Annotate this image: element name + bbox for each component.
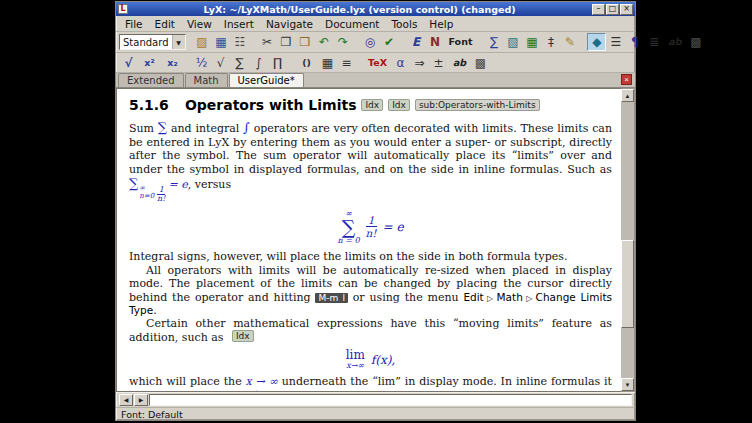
scroll-up-button[interactable]: ▲ [621, 89, 634, 102]
paste-button[interactable]: ❒ [296, 33, 315, 51]
save-document-button[interactable]: ▦ [212, 33, 231, 51]
combo-dropdown-icon[interactable]: ▼ [172, 35, 185, 49]
insert-math-icon: ∑ [490, 36, 498, 48]
operators-button[interactable]: ± [429, 54, 448, 72]
math-panel-toggle-button[interactable]: ◆ [587, 33, 606, 51]
thesaurus-icon: ab [668, 37, 681, 47]
find-replace-button[interactable]: ◎ [361, 33, 380, 51]
emphasis-button[interactable]: E [407, 33, 426, 51]
vertical-scrollbar[interactable]: ▲ ▼ [621, 88, 635, 392]
tex-mode-button[interactable]: TeX [364, 54, 391, 72]
product-button[interactable]: ∏ [268, 54, 287, 72]
open-document-button[interactable]: ▨ [193, 33, 212, 51]
subscript-button[interactable]: x₂ [161, 54, 184, 72]
menu-item-insert[interactable]: Insert [218, 17, 260, 31]
integral-button[interactable]: ∫ [249, 54, 268, 72]
table-of-contents-button[interactable]: ☰ [606, 33, 625, 51]
main-toolbar-row: Standard ▼ ▨▦☷✂❐❒↶↷◎✔ENFont∑▧▦‡✎◆☰¶≣ab▩ [116, 32, 635, 53]
title-bar[interactable]: L LyX: ~/LyXMath/UserGuide.lyx (version … [116, 2, 635, 16]
label-inset[interactable]: sub:Operators-with-Limits [415, 99, 540, 111]
delimiters-button[interactable]: () [295, 54, 318, 72]
document-area[interactable]: 5.1.6Operators with LimitsIdxIdxsub:Oper… [116, 88, 621, 392]
text-run: or using the menu [348, 291, 463, 304]
redo-button[interactable]: ↷ [334, 33, 353, 51]
insert-note-button[interactable]: ✎ [560, 33, 579, 51]
function-expression: f(x), [371, 354, 395, 366]
thesaurus-button[interactable]: ab [663, 33, 686, 51]
history-next-button[interactable]: ▶ [134, 394, 148, 406]
find-replace-icon: ◎ [365, 36, 375, 48]
insert-footnote-button[interactable]: ‡ [541, 33, 560, 51]
math-symbols-panel-button[interactable]: ▩ [471, 54, 490, 72]
inline-math-x-to-infinity[interactable]: x → ∞ [246, 375, 278, 388]
copy-button[interactable]: ❐ [277, 33, 296, 51]
maximize-button[interactable]: □ [606, 4, 619, 15]
tab-extended[interactable]: Extended [118, 73, 184, 87]
display-formula-lim[interactable]: limx→∞ f(x), [129, 349, 612, 370]
minimize-button[interactable]: – [592, 4, 605, 15]
math-mode-button[interactable]: √ [119, 54, 138, 72]
document-settings-button[interactable]: ≣ [644, 33, 663, 51]
insert-label-button[interactable]: ¶ [625, 33, 644, 51]
lim-subscript: x→∞ [346, 361, 364, 370]
matrix-button[interactable]: ▦ [318, 54, 337, 72]
insert-math-button[interactable]: ∑ [484, 33, 503, 51]
equation-array-icon: ≡ [341, 57, 351, 69]
inline-formula-sum[interactable]: ∑∞n=01n!= e [129, 178, 188, 191]
insert-table-icon: ▦ [526, 36, 537, 48]
sum-symbol[interactable]: ∑ [158, 120, 167, 135]
spellcheck-button[interactable]: ✔ [380, 33, 399, 51]
text-run: Integral signs, however, will place the … [129, 250, 567, 263]
insert-table-button[interactable]: ▦ [522, 33, 541, 51]
scroll-down-button[interactable]: ▼ [621, 378, 634, 391]
paragraph-style-combo[interactable]: Standard ▼ [119, 34, 186, 50]
lyx-window: L LyX: ~/LyXMath/UserGuide.lyx (version … [115, 1, 636, 421]
menu-item-view[interactable]: View [181, 17, 218, 31]
product-icon: ∏ [273, 57, 282, 69]
fraction-button[interactable]: ½ [192, 54, 211, 72]
menu-item-edit[interactable]: Edit [149, 17, 181, 31]
index-inset[interactable]: Idx [232, 330, 254, 342]
display-formula-sum[interactable]: ∞∑n = 0 1n! = e [129, 209, 612, 245]
noun-button[interactable]: N [426, 33, 445, 51]
integral-symbol[interactable]: ∫ [243, 120, 250, 135]
cut-button[interactable]: ✂ [258, 33, 277, 51]
insert-graphics-button[interactable]: ▧ [503, 33, 522, 51]
subscript-icon: x₂ [167, 58, 177, 68]
matrix-icon: ▦ [322, 57, 333, 69]
section-title: Operators with Limits [185, 97, 357, 113]
vertical-scroll-thumb[interactable] [621, 240, 634, 328]
index-inset[interactable]: Idx [388, 99, 410, 111]
greek-letters-icon: α [397, 57, 405, 69]
history-prev-button[interactable]: ◀ [119, 394, 133, 406]
sum-button[interactable]: ∑ [230, 54, 249, 72]
arrows-button[interactable]: ⇒ [410, 54, 429, 72]
command-minibuffer-input[interactable] [149, 394, 632, 406]
print-document-button[interactable]: ☷ [231, 33, 250, 51]
vertical-scroll-track[interactable] [621, 102, 634, 378]
close-button[interactable]: × [620, 4, 633, 15]
superscript-button[interactable]: x² [138, 54, 161, 72]
equation-array-button[interactable]: ≡ [337, 54, 356, 72]
menu-item-help[interactable]: Help [423, 17, 459, 31]
menu-item-file[interactable]: File [119, 17, 149, 31]
toolbar-separator [476, 35, 484, 49]
square-root-button[interactable]: √ [211, 54, 230, 72]
menu-item-tools[interactable]: Tools [385, 17, 423, 31]
menu-item-document[interactable]: Document [319, 17, 385, 31]
math-mode-icon: √ [124, 57, 132, 69]
insert-index-button[interactable]: ▩ [686, 33, 705, 51]
functions-button[interactable]: ab [448, 54, 471, 72]
tab-math[interactable]: Math [185, 73, 228, 87]
menu-item-navigate[interactable]: Navigate [260, 17, 319, 31]
undo-button[interactable]: ↶ [315, 33, 334, 51]
font-dialog-button[interactable]: Font [445, 33, 477, 51]
toolbar-separator [287, 56, 295, 70]
tab-close-button[interactable]: × [621, 74, 632, 85]
index-inset[interactable]: Idx [361, 99, 383, 111]
tab-userguide[interactable]: UserGuide* [229, 73, 304, 87]
math-toolbar-row: √x²x₂½√∑∫∏()▦≡TeXα⇒±ab▩ [116, 53, 635, 73]
sum-operator: ∑ [129, 176, 138, 191]
fraction-denominator: n! [157, 194, 165, 203]
greek-letters-button[interactable]: α [391, 54, 410, 72]
